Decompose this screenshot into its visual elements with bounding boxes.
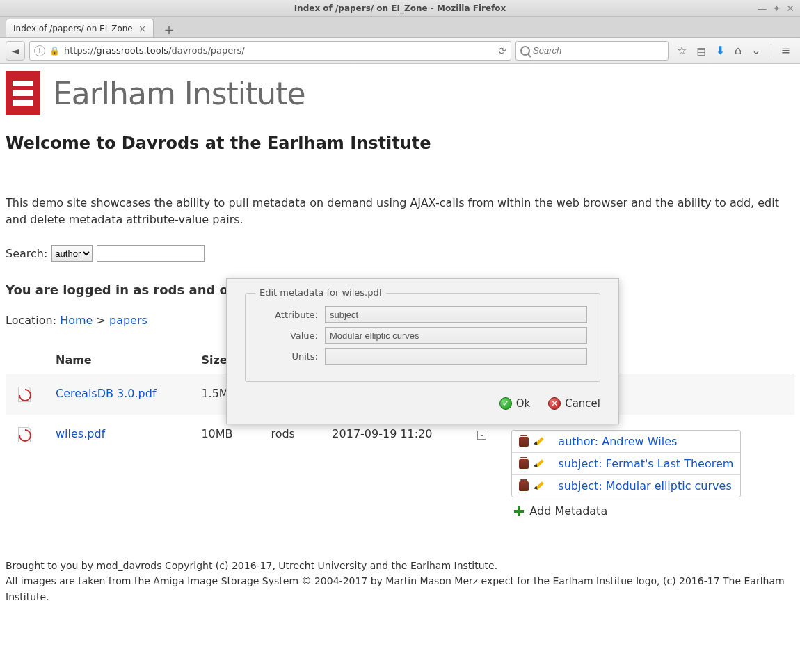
delete-icon[interactable] (519, 481, 529, 491)
attribute-input[interactable] (325, 306, 587, 323)
ok-icon: ✓ (499, 397, 512, 410)
metadata-link[interactable]: subject: Fermat's Last Theorem (558, 457, 733, 470)
value-input[interactable] (325, 327, 587, 344)
menu-icon[interactable]: ≡ (771, 44, 790, 57)
page-search-row: Search: author (6, 245, 794, 262)
lock-icon: 🔒 (49, 46, 60, 56)
add-metadata-button[interactable]: Add Metadata (514, 504, 782, 518)
delete-icon[interactable] (519, 459, 529, 469)
edit-icon[interactable] (534, 459, 544, 469)
search-icon (520, 46, 530, 56)
window-titlebar: Index of /papers/ on EI_Zone - Mozilla F… (0, 0, 800, 17)
intro-text: This demo site showcases the ability to … (6, 195, 794, 228)
search-field-select[interactable]: author (51, 245, 93, 262)
cancel-icon: ✕ (548, 397, 561, 410)
tab-close-icon[interactable]: × (138, 23, 147, 34)
metadata-row: author: Andrew Wiles (512, 431, 740, 453)
units-label: Units: (258, 351, 325, 362)
dialog-legend: Edit metadata for wiles.pdf (255, 287, 386, 298)
edit-icon[interactable] (534, 437, 544, 447)
home-icon[interactable]: ⌂ (735, 44, 742, 57)
edit-metadata-dialog: Edit metadata for wiles.pdf Attribute: V… (226, 278, 619, 424)
search-value-input[interactable] (97, 245, 205, 262)
browser-search-bar[interactable] (515, 41, 669, 61)
pdf-icon (18, 387, 31, 402)
tab-strip: Index of /papers/ on EI_Zone × + (0, 17, 800, 38)
pocket-icon[interactable]: ⌄ (751, 44, 760, 57)
search-label: Search: (6, 247, 47, 260)
file-date: 2017-09-19 11:20 (319, 415, 465, 530)
logo-row: Earlham Institute (6, 71, 794, 115)
footer-line: All images are taken from the Amiga Imag… (6, 573, 794, 605)
breadcrumb-current[interactable]: papers (109, 314, 147, 327)
file-owner: rods (258, 415, 319, 530)
delete-icon[interactable] (519, 437, 529, 447)
pdf-icon (18, 427, 31, 442)
table-row: wiles.pdf 10MB rods 2017-09-19 11:20 - a… (6, 415, 794, 530)
ok-button[interactable]: ✓ Ok (499, 397, 531, 410)
window-maximize-icon[interactable]: ✦ (773, 3, 781, 14)
library-icon[interactable]: ▤ (696, 45, 705, 56)
tab-label: Index of /papers/ on EI_Zone (13, 24, 133, 33)
logo-text: Earlham Institute (53, 76, 305, 111)
browser-tab[interactable]: Index of /papers/ on EI_Zone × (6, 19, 154, 37)
browser-search-input[interactable] (533, 45, 664, 56)
file-link[interactable]: CerealsDB 3.0.pdf (56, 387, 157, 400)
window-title: Index of /papers/ on EI_Zone - Mozilla F… (294, 3, 506, 13)
window-minimize-icon[interactable]: — (758, 3, 767, 14)
site-info-icon[interactable]: i (34, 45, 45, 56)
metadata-list: author: Andrew Wiles subject: Fermat's L… (511, 430, 741, 497)
value-label: Value: (258, 330, 325, 341)
edit-icon[interactable] (534, 481, 544, 491)
logo-mark-icon (6, 71, 40, 115)
metadata-link[interactable]: author: Andrew Wiles (558, 435, 677, 448)
footer-line: Brought to you by mod_davrods Copyright … (6, 558, 794, 573)
browser-navbar: ◄ i 🔒 https://grassroots.tools/davrods/p… (0, 38, 800, 64)
cancel-button[interactable]: ✕ Cancel (548, 397, 600, 410)
file-link[interactable]: wiles.pdf (56, 427, 105, 440)
expand-toggle[interactable]: - (477, 431, 486, 440)
plus-icon (514, 506, 524, 516)
breadcrumb-home[interactable]: Home (60, 314, 93, 327)
metadata-row: subject: Modular elliptic curves (512, 475, 740, 497)
bookmark-star-icon[interactable]: ☆ (677, 44, 687, 57)
file-size: 10MB (189, 415, 258, 530)
dialog-fieldset: Edit metadata for wiles.pdf Attribute: V… (245, 293, 600, 382)
metadata-row: subject: Fermat's Last Theorem (512, 453, 740, 475)
url-text: https://grassroots.tools/davrods/papers/ (64, 45, 494, 56)
url-bar[interactable]: i 🔒 https://grassroots.tools/davrods/pap… (29, 41, 511, 61)
col-name: Name (43, 346, 189, 374)
new-tab-button[interactable]: + (159, 22, 178, 37)
metadata-link[interactable]: subject: Modular elliptic curves (558, 479, 731, 493)
page-title: Welcome to Davrods at the Earlham Instit… (6, 134, 794, 153)
window-close-icon[interactable]: ✕ (786, 3, 794, 14)
back-button[interactable]: ◄ (6, 41, 25, 61)
downloads-icon[interactable]: ⬇ (716, 44, 725, 57)
footer: Brought to you by mod_davrods Copyright … (6, 558, 794, 605)
reload-icon[interactable]: ⟳ (498, 45, 506, 56)
attribute-label: Attribute: (258, 310, 325, 320)
units-input[interactable] (325, 348, 587, 365)
